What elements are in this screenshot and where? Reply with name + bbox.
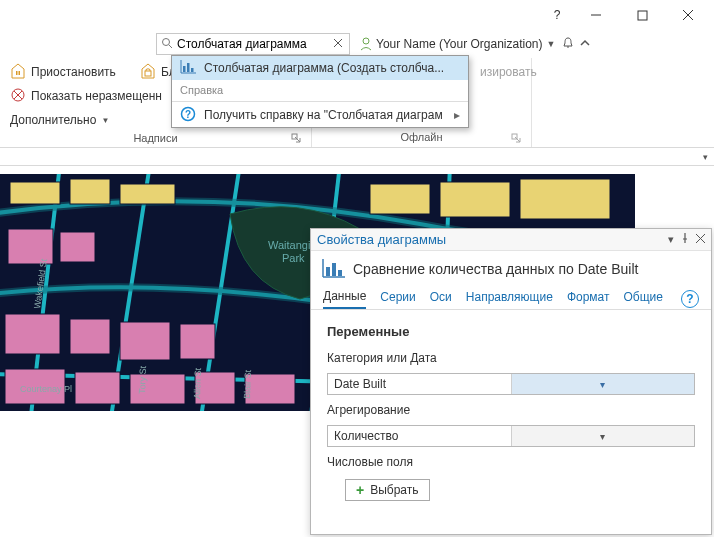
- maximize-button[interactable]: [620, 1, 664, 29]
- svg-text:Allen St: Allen St: [192, 367, 203, 399]
- chart-title: Сравнение количества данных по Date Buil…: [353, 261, 638, 277]
- close-pane-icon[interactable]: [696, 233, 705, 246]
- group-offline-label: Офлайн: [400, 131, 442, 143]
- choose-field-button[interactable]: + Выбрать: [345, 479, 430, 501]
- aggregation-label: Агрегирование: [327, 403, 695, 417]
- bar-chart-icon: [321, 259, 345, 279]
- svg-rect-62: [326, 267, 330, 276]
- help-button[interactable]: ?: [542, 1, 572, 29]
- help-label: Получить справку на "Столбчатая диаграм: [204, 108, 443, 122]
- suggestion-label: Столбчатая диаграмма (Создать столбча...: [204, 61, 444, 75]
- pane-body: Переменные Категория или Дата Date Built…: [311, 310, 711, 515]
- chevron-right-icon: ▸: [454, 108, 460, 122]
- unplaced-label: Показать неразмещенн: [31, 89, 162, 103]
- svg-point-4: [163, 38, 170, 45]
- svg-rect-21: [187, 63, 190, 72]
- svg-rect-20: [183, 66, 186, 72]
- tab-general[interactable]: Общие: [624, 290, 663, 308]
- sync-label: изировать: [480, 65, 537, 79]
- svg-rect-39: [180, 324, 215, 359]
- chevron-down-icon: ▼: [101, 116, 109, 125]
- pause-label: Приостановить: [31, 65, 116, 79]
- choose-label: Выбрать: [370, 483, 418, 497]
- svg-rect-64: [338, 270, 342, 276]
- svg-rect-10: [16, 71, 18, 75]
- pane-titlebar: Свойства диаграммы ▾: [311, 229, 711, 251]
- help-icon[interactable]: ?: [681, 290, 699, 308]
- collapse-ribbon-icon[interactable]: [579, 37, 591, 52]
- svg-rect-32: [440, 182, 510, 217]
- svg-text:Tory St: Tory St: [137, 365, 148, 394]
- svg-rect-28: [10, 182, 60, 204]
- group-labels-label: Надписи: [133, 132, 177, 144]
- tab-data[interactable]: Данные: [323, 289, 366, 309]
- svg-rect-30: [120, 184, 175, 204]
- tab-guides[interactable]: Направляющие: [466, 290, 553, 308]
- suggestion-help[interactable]: ? Получить справку на "Столбчатая диагра…: [172, 103, 468, 127]
- category-select[interactable]: Date Built ▾: [327, 373, 695, 395]
- plus-icon: +: [356, 483, 364, 497]
- help-circle-icon: ?: [180, 106, 196, 125]
- numeric-fields-label: Числовые поля: [327, 455, 695, 469]
- user-icon: [360, 37, 372, 51]
- window-titlebar: ?: [0, 0, 714, 30]
- section-variables: Переменные: [327, 324, 695, 339]
- tab-format[interactable]: Формат: [567, 290, 610, 308]
- category-value: Date Built: [328, 377, 511, 391]
- svg-rect-36: [5, 314, 60, 354]
- svg-rect-11: [19, 71, 21, 75]
- aggregation-select[interactable]: Количество ▾: [327, 425, 695, 447]
- svg-rect-29: [70, 179, 110, 204]
- command-row: Your Name (Your Organization) ▼: [0, 30, 714, 58]
- pin-icon[interactable]: [680, 233, 690, 246]
- dialog-launcher-icon[interactable]: [511, 133, 521, 145]
- close-button[interactable]: [666, 1, 710, 29]
- svg-text:Park: Park: [282, 252, 305, 264]
- pane-title: Свойства диаграммы: [317, 232, 446, 247]
- category-label: Категория или Дата: [327, 351, 695, 365]
- user-menu[interactable]: Your Name (Your Organization) ▼: [360, 37, 555, 51]
- chevron-down-icon[interactable]: ▾: [511, 374, 695, 394]
- user-label: Your Name (Your Organization): [376, 37, 543, 51]
- svg-text:Courtenay Pl: Courtenay Pl: [20, 384, 72, 394]
- search-icon: [161, 37, 173, 52]
- chevron-down-icon[interactable]: ▾: [703, 152, 708, 162]
- pane-header: Сравнение количества данных по Date Buil…: [311, 251, 711, 283]
- divider: [172, 101, 468, 102]
- bar-chart-icon: [180, 60, 196, 77]
- svg-point-8: [363, 38, 369, 44]
- search-suggestions-dropdown: Столбчатая диаграмма (Создать столбча...…: [171, 55, 469, 128]
- tab-axes[interactable]: Оси: [430, 290, 452, 308]
- aggregation-value: Количество: [328, 429, 511, 443]
- svg-rect-34: [8, 229, 53, 264]
- svg-rect-15: [145, 71, 151, 76]
- clear-search-icon[interactable]: [331, 37, 345, 51]
- suggestion-bar-chart[interactable]: Столбчатая диаграмма (Создать столбча...: [172, 56, 468, 80]
- search-input[interactable]: [177, 35, 327, 53]
- svg-rect-63: [332, 263, 336, 276]
- svg-rect-31: [370, 184, 430, 214]
- pane-tabs: Данные Серии Оси Направляющие Формат Общ…: [311, 283, 711, 310]
- svg-line-5: [169, 45, 172, 48]
- tab-series[interactable]: Серии: [380, 290, 415, 308]
- unplaced-icon: [10, 87, 26, 106]
- svg-rect-1: [638, 11, 647, 20]
- svg-rect-22: [191, 68, 194, 72]
- minimize-button[interactable]: [574, 1, 618, 29]
- svg-text:Blair St: Blair St: [242, 369, 253, 399]
- suggestion-heading: Справка: [172, 80, 468, 100]
- svg-rect-41: [75, 372, 120, 404]
- notifications-icon[interactable]: [561, 36, 575, 53]
- svg-text:Waitangi: Waitangi: [268, 239, 310, 251]
- pause-icon: [10, 63, 26, 82]
- svg-rect-37: [70, 319, 110, 354]
- lock-icon: [140, 63, 156, 82]
- command-search[interactable]: [156, 33, 350, 55]
- chevron-down-icon[interactable]: ▾: [511, 426, 695, 446]
- dialog-launcher-icon[interactable]: [291, 133, 301, 145]
- pane-menu-icon[interactable]: ▾: [668, 233, 674, 246]
- quick-access-bar: ▾: [0, 148, 714, 166]
- chart-properties-pane: Свойства диаграммы ▾ Сравнение количеств…: [310, 228, 712, 535]
- svg-rect-38: [120, 322, 170, 360]
- svg-text:?: ?: [185, 109, 191, 120]
